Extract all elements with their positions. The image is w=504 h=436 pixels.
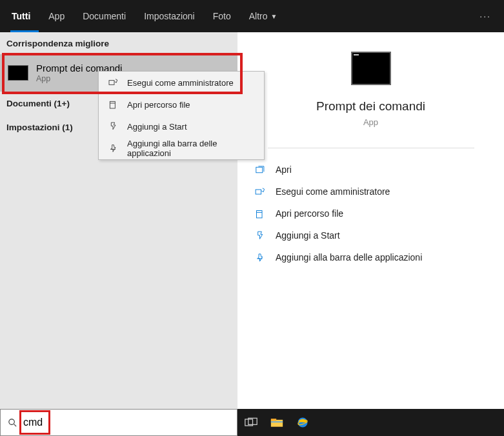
action-open-label: Apri <box>276 164 292 175</box>
tab-more[interactable]: Altro ▼ <box>240 0 287 32</box>
details-title: Prompt dei comandi <box>316 99 425 114</box>
cmd-app-icon <box>8 65 28 81</box>
pin-start-icon <box>108 121 118 132</box>
ctx-run-admin[interactable]: Esegui come amministratore <box>99 72 264 94</box>
task-view-button[interactable] <box>244 415 258 430</box>
svg-point-5 <box>9 419 14 424</box>
folder-icon <box>270 417 283 428</box>
svg-rect-0 <box>256 167 263 173</box>
cmd-app-large-icon <box>351 52 391 85</box>
file-explorer-button[interactable] <box>270 415 284 430</box>
action-pin-taskbar-label: Aggiungi alla barra delle applicazioni <box>276 252 422 263</box>
best-match-header: Corrispondenza migliore <box>0 32 237 54</box>
shield-run-icon <box>254 186 265 197</box>
action-open[interactable]: Apri <box>254 159 504 181</box>
tab-all[interactable]: Tutti <box>3 0 39 32</box>
svg-rect-10 <box>271 421 283 422</box>
pin-taskbar-icon <box>108 143 118 154</box>
details-panel: Prompt dei comandi App Apri Esegui come … <box>237 32 504 409</box>
svg-rect-2 <box>257 210 263 217</box>
more-options-button[interactable]: ··· <box>479 11 491 21</box>
taskbar <box>0 409 504 436</box>
action-open-location[interactable]: Apri percorso file <box>254 203 504 224</box>
details-subtitle: App <box>363 117 378 127</box>
action-pin-start-label: Aggiungi a Start <box>276 230 340 241</box>
action-run-admin[interactable]: Esegui come amministratore <box>254 181 504 203</box>
tab-apps[interactable]: App <box>39 0 74 32</box>
ctx-pin-taskbar[interactable]: Aggiungi alla barra delle applicazioni <box>99 137 264 159</box>
svg-rect-4 <box>110 101 115 108</box>
ie-icon <box>296 416 309 429</box>
search-box[interactable] <box>0 409 237 436</box>
context-menu: Esegui come amministratore Apri percorso… <box>98 71 265 160</box>
svg-rect-3 <box>109 81 114 85</box>
search-input[interactable] <box>23 417 230 428</box>
action-open-location-label: Apri percorso file <box>276 208 343 219</box>
tab-more-label: Altro <box>249 11 268 21</box>
ctx-pin-start-label: Aggiungi a Start <box>127 122 187 132</box>
search-icon <box>7 417 18 428</box>
ctx-pin-taskbar-label: Aggiungi alla barra delle applicazioni <box>127 139 255 158</box>
ctx-pin-start[interactable]: Aggiungi a Start <box>99 115 264 137</box>
action-pin-taskbar[interactable]: Aggiungi alla barra delle applicazioni <box>254 246 504 268</box>
action-pin-start[interactable]: Aggiungi a Start <box>254 224 504 246</box>
svg-rect-9 <box>271 419 276 421</box>
task-view-icon <box>245 417 257 428</box>
tab-photos[interactable]: Foto <box>204 0 240 32</box>
search-tabs-bar: Tutti App Documenti Impostazioni Foto Al… <box>0 0 504 32</box>
details-actions: Apri Esegui come amministratore Apri per… <box>237 148 504 268</box>
open-icon <box>254 164 265 175</box>
shield-run-icon <box>108 77 118 88</box>
ctx-run-admin-label: Esegui come amministratore <box>127 78 234 88</box>
internet-explorer-button[interactable] <box>296 415 310 430</box>
folder-open-icon <box>108 99 118 110</box>
ctx-open-location[interactable]: Apri percorso file <box>99 94 264 115</box>
pin-taskbar-icon <box>254 252 265 263</box>
svg-rect-1 <box>256 189 261 193</box>
ctx-open-location-label: Apri percorso file <box>127 100 190 110</box>
pin-start-icon <box>254 230 265 241</box>
folder-open-icon <box>254 208 265 219</box>
action-run-admin-label: Esegui come amministratore <box>276 186 390 197</box>
chevron-down-icon: ▼ <box>271 13 277 20</box>
tab-settings[interactable]: Impostazioni <box>135 0 204 32</box>
taskbar-tray <box>237 409 504 436</box>
tab-documents[interactable]: Documenti <box>74 0 135 32</box>
